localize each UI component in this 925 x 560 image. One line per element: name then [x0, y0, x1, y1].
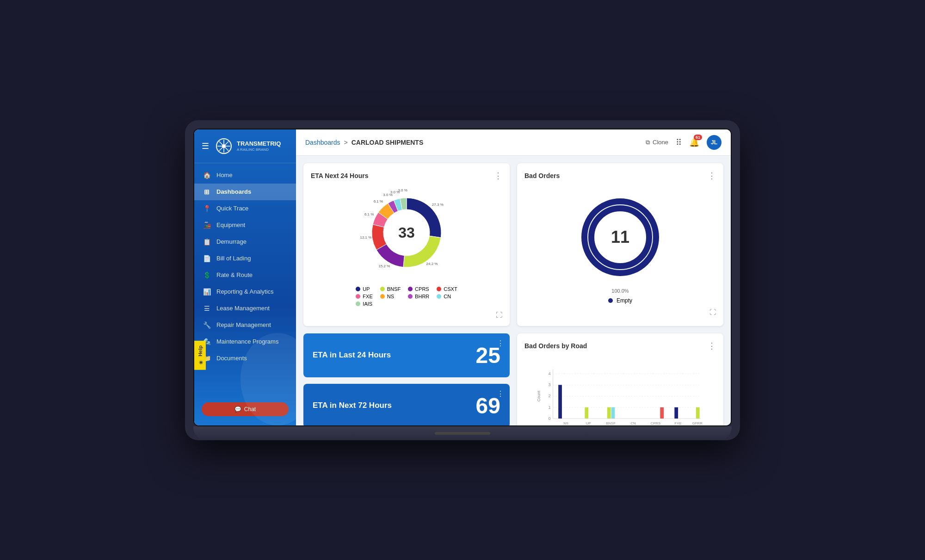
- bad-orders-menu[interactable]: ⋮: [708, 171, 716, 181]
- nav-item-equipment[interactable]: 🚂 Equipment: [194, 217, 296, 234]
- eta-last-24-card-wrapper: ETA in Last 24 Hours 25 ⋮: [303, 333, 510, 377]
- sidebar: ☰ TRANSMETRIQ A RAILINC BRAND: [194, 129, 296, 425]
- grid-icon[interactable]: ⠿: [676, 137, 682, 148]
- rate-route-icon: 💲: [203, 271, 211, 279]
- avatar[interactable]: JL: [707, 135, 722, 150]
- bar: [607, 407, 611, 418]
- eta-last-24-menu[interactable]: ⋮: [497, 339, 504, 348]
- nav-item-dashboards[interactable]: ⊞ Dashboards: [194, 184, 296, 200]
- eta-next-72-menu[interactable]: ⋮: [497, 389, 504, 398]
- legend-bhrr: BHRR: [408, 294, 429, 299]
- legend-dot-ns: [380, 294, 385, 299]
- nav-label-lease-management: Lease Management: [216, 305, 270, 312]
- logo-icon: [216, 138, 232, 154]
- nav-item-reporting-analytics[interactable]: 📊 Reporting & Analytics: [194, 283, 296, 300]
- donut-legend: UP BNSF CPRS: [356, 286, 457, 307]
- nav-label-dashboards: Dashboards: [216, 188, 251, 195]
- dashboards-icon: ⊞: [203, 188, 211, 196]
- svg-text:GFRR: GFRR: [692, 421, 703, 425]
- quick-trace-icon: 📍: [203, 205, 211, 212]
- breadcrumb-current: CARLOAD SHIPMENTS: [352, 139, 424, 146]
- bar: [611, 407, 615, 418]
- nav-item-quick-trace[interactable]: 📍 Quick Trace: [194, 200, 296, 217]
- reporting-icon: 📊: [203, 288, 211, 295]
- legend-cn: CN: [437, 294, 457, 299]
- legend-dot-fxe: [356, 294, 360, 299]
- nav-label-repair-management: Repair Management: [216, 321, 271, 328]
- bar: [585, 407, 588, 418]
- notification-button[interactable]: 🔔 61: [689, 137, 699, 148]
- app-header: Dashboards > CARLOAD SHIPMENTS ⧉ Clone ⠿…: [296, 129, 731, 156]
- nav-label-demurrage: Demurrage: [216, 238, 247, 245]
- nav-item-bill-of-lading[interactable]: 📄 Bill of Lading: [194, 250, 296, 267]
- svg-text:2: 2: [549, 394, 551, 398]
- nav-label-rate-route: Rate & Route: [216, 271, 253, 278]
- legend-bnsf: BNSF: [380, 286, 401, 292]
- chat-label: Chat: [244, 406, 256, 412]
- breadcrumb: Dashboards > CARLOAD SHIPMENTS: [305, 139, 423, 146]
- bad-orders-header: Bad Orders ⋮: [524, 171, 716, 181]
- svg-text:UP: UP: [586, 421, 591, 425]
- nav-item-repair-management[interactable]: 🔧 Repair Management: [194, 317, 296, 333]
- nav-menu: 🏠 Home ⊞ Dashboards 📍 Quick Trace 🚂 Equi…: [194, 163, 296, 402]
- legend-dot-csxt: [437, 287, 441, 291]
- clone-button[interactable]: ⧉ Clone: [646, 139, 668, 146]
- svg-text:NS: NS: [563, 421, 568, 425]
- nav-item-home[interactable]: 🏠 Home: [194, 167, 296, 184]
- bad-orders-dot: [608, 298, 613, 303]
- eta-next-24-widget: ETA Next 24 Hours ⋮ 27.3 %24.2 %15.2 %12…: [303, 163, 510, 326]
- breadcrumb-separator: >: [344, 139, 348, 146]
- nav-item-documents[interactable]: 📁 Documents: [194, 350, 296, 367]
- hamburger-icon[interactable]: ☰: [202, 141, 209, 151]
- app-title: TRANSMETRIQ: [237, 140, 281, 148]
- svg-point-5: [222, 144, 226, 148]
- bad-orders-road-menu[interactable]: ⋮: [708, 341, 716, 351]
- nav-label-maintenance-programs: Maintenance Programs: [216, 338, 278, 345]
- nav-item-rate-route[interactable]: 💲 Rate & Route: [194, 267, 296, 283]
- bad-orders-donut-wrapper: 11: [579, 196, 662, 279]
- sidebar-logo: ☰ TRANSMETRIQ A RAILINC BRAND: [194, 129, 296, 163]
- help-button[interactable]: ✳ Help: [194, 341, 206, 370]
- eta-next-24-menu[interactable]: ⋮: [494, 171, 502, 181]
- svg-text:Count: Count: [536, 390, 541, 401]
- legend-dot-bhrr: [408, 294, 413, 299]
- legend-dot-cn: [437, 294, 441, 299]
- svg-text:27.3 %: 27.3 %: [432, 202, 444, 206]
- dashboard-content: ETA Next 24 Hours ⋮ 27.3 %24.2 %15.2 %12…: [296, 156, 731, 425]
- fullscreen-button-bad-orders[interactable]: ⛶: [524, 308, 716, 316]
- legend-up: UP: [356, 286, 372, 292]
- svg-text:15.2 %: 15.2 %: [378, 264, 390, 268]
- fullscreen-button-eta24[interactable]: ⛶: [311, 311, 502, 319]
- svg-text:6.1 %: 6.1 %: [364, 212, 374, 216]
- nav-item-maintenance-programs[interactable]: 🔩 Maintenance Programs: [194, 333, 296, 350]
- repair-icon: 🔧: [203, 321, 211, 329]
- clone-icon: ⧉: [646, 139, 650, 146]
- chat-button[interactable]: 💬 Chat: [202, 402, 289, 416]
- help-icon: ✳: [197, 359, 203, 365]
- svg-text:4: 4: [549, 371, 551, 376]
- eta-next-24-chart: 27.3 %24.2 %15.2 %12.1 %6.1 %6.1 %3.0 %3…: [311, 186, 502, 307]
- eta-next-72-title: ETA in Next 72 Hours: [313, 400, 476, 411]
- home-icon: 🏠: [203, 172, 211, 179]
- bar-chart-container: Count 0 1: [524, 357, 716, 425]
- nav-item-lease-management[interactable]: ☰ Lease Management: [194, 300, 296, 317]
- bar-chart-svg: Count 0 1: [524, 360, 716, 425]
- svg-text:6.1 %: 6.1 %: [374, 199, 383, 203]
- bad-orders-road-title: Bad Orders by Road: [524, 342, 587, 350]
- svg-text:CN: CN: [631, 421, 636, 425]
- demurrage-icon: 📋: [203, 238, 211, 246]
- nav-item-demurrage[interactable]: 📋 Demurrage: [194, 234, 296, 250]
- eta-last-24-title: ETA in Last 24 Hours: [313, 350, 476, 360]
- app-subtitle: A RAILINC BRAND: [237, 148, 281, 152]
- legend-ns: NS: [380, 294, 401, 299]
- breadcrumb-link[interactable]: Dashboards: [305, 139, 340, 146]
- bad-orders-legend: Empty: [608, 297, 632, 304]
- nav-label-home: Home: [216, 172, 233, 178]
- svg-text:FXE: FXE: [675, 421, 682, 425]
- eta-cards-column: ETA in Last 24 Hours 25 ⋮ ETA in Next 72…: [303, 333, 510, 425]
- eta-next-72-card-wrapper: ETA in Next 72 Hours 69 ⋮: [303, 384, 510, 425]
- bad-orders-chart: 11 100.0% Empty: [524, 186, 716, 304]
- legend-fxe: FXE: [356, 294, 372, 299]
- main-content: Dashboards > CARLOAD SHIPMENTS ⧉ Clone ⠿…: [296, 129, 731, 425]
- legend-iais: IAIS: [356, 301, 372, 307]
